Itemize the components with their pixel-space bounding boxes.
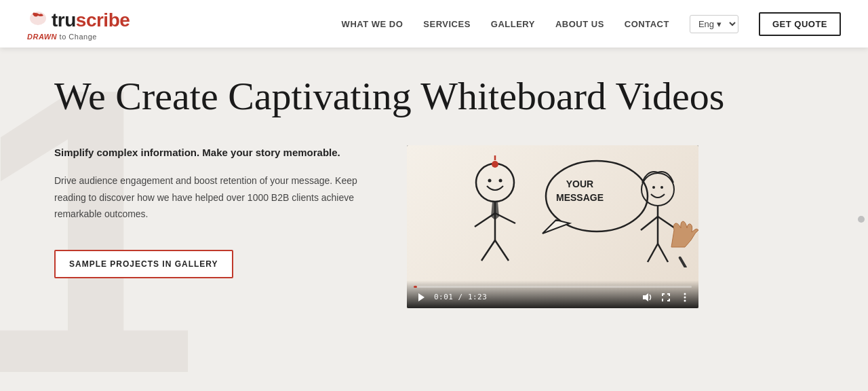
hero-body: Drive audience engagement and boost rete… bbox=[54, 172, 366, 223]
total-time: 1:23 bbox=[468, 293, 488, 301]
main-content: 1 We Create Captivating Whiteboard Video… bbox=[0, 48, 868, 391]
two-column-layout: Simplify complex information. Make your … bbox=[54, 145, 814, 308]
fullscreen-icon bbox=[660, 292, 671, 303]
more-options-button[interactable] bbox=[678, 291, 692, 304]
controls-row: 0:01 / 1:23 bbox=[414, 291, 692, 304]
hero-title: We Create Captivating Whiteboard Videos bbox=[54, 75, 814, 118]
svg-point-3 bbox=[488, 179, 492, 182]
logo-area: truscribe DRAWN to Change bbox=[27, 7, 130, 41]
nav-services[interactable]: SERVICES bbox=[423, 19, 471, 29]
progress-bar[interactable] bbox=[414, 286, 692, 288]
svg-rect-23 bbox=[678, 256, 687, 267]
svg-text:MESSAGE: MESSAGE bbox=[556, 192, 604, 203]
svg-point-5 bbox=[492, 161, 498, 168]
svg-point-1 bbox=[33, 12, 35, 14]
svg-marker-24 bbox=[418, 293, 425, 301]
logo-scribe: scribe bbox=[76, 10, 130, 31]
volume-button[interactable] bbox=[640, 291, 654, 304]
svg-point-2 bbox=[476, 164, 514, 202]
video-player[interactable]: YOUR MESSAGE bbox=[407, 145, 698, 308]
svg-line-10 bbox=[481, 240, 495, 261]
more-options-icon bbox=[679, 292, 690, 303]
logo-icon bbox=[27, 7, 49, 34]
scroll-indicator bbox=[858, 216, 865, 223]
svg-text:YOUR: YOUR bbox=[566, 179, 593, 189]
svg-line-22 bbox=[658, 244, 668, 262]
svg-line-21 bbox=[648, 244, 658, 262]
nav-gallery[interactable]: GALLERY bbox=[491, 19, 535, 29]
left-column: Simplify complex information. Make your … bbox=[54, 145, 366, 278]
svg-point-27 bbox=[684, 296, 686, 298]
gallery-button[interactable]: SAMPLE PROJECTS IN GALLERY bbox=[54, 250, 233, 278]
fullscreen-button[interactable] bbox=[659, 291, 673, 304]
nav-contact[interactable]: CONTACT bbox=[625, 19, 669, 29]
svg-line-20 bbox=[658, 217, 675, 228]
svg-line-11 bbox=[495, 240, 509, 261]
whiteboard-illustration: YOUR MESSAGE bbox=[407, 152, 698, 267]
play-button[interactable] bbox=[414, 291, 427, 304]
bird-icon bbox=[27, 7, 49, 29]
main-nav: WHAT WE DO SERVICES GALLERY ABOUT US CON… bbox=[342, 12, 841, 36]
svg-point-16 bbox=[652, 186, 655, 189]
progress-fill bbox=[414, 286, 417, 288]
play-icon bbox=[415, 292, 426, 303]
svg-marker-25 bbox=[643, 293, 648, 301]
volume-icon bbox=[642, 292, 652, 303]
tagline-rest: to Change bbox=[57, 33, 97, 41]
nav-about-us[interactable]: ABOUT US bbox=[555, 19, 604, 29]
svg-line-19 bbox=[641, 217, 658, 230]
tagline-drawn: DRAWN bbox=[27, 33, 57, 41]
language-selector[interactable]: Eng ▾ ES FR DE bbox=[690, 15, 738, 33]
svg-point-4 bbox=[499, 179, 502, 182]
right-controls bbox=[640, 291, 692, 304]
current-time: 0:01 bbox=[434, 293, 454, 301]
header: truscribe DRAWN to Change WHAT WE DO SER… bbox=[0, 0, 868, 48]
nav-what-we-do[interactable]: WHAT WE DO bbox=[342, 19, 403, 29]
logo-tagline: DRAWN to Change bbox=[27, 33, 97, 41]
time-display: 0:01 / 1:23 bbox=[434, 293, 487, 301]
content-wrapper: We Create Captivating Whiteboard Videos … bbox=[54, 75, 814, 308]
svg-point-26 bbox=[684, 293, 686, 295]
svg-point-28 bbox=[684, 299, 686, 301]
video-controls: 0:01 / 1:23 bbox=[407, 280, 698, 308]
logo-tru: tru bbox=[52, 10, 76, 31]
get-quote-button[interactable]: GET QUOTE bbox=[759, 12, 841, 36]
svg-point-17 bbox=[660, 186, 663, 189]
hero-tagline: Simplify complex information. Make your … bbox=[54, 145, 366, 161]
logo[interactable]: truscribe bbox=[27, 7, 130, 34]
